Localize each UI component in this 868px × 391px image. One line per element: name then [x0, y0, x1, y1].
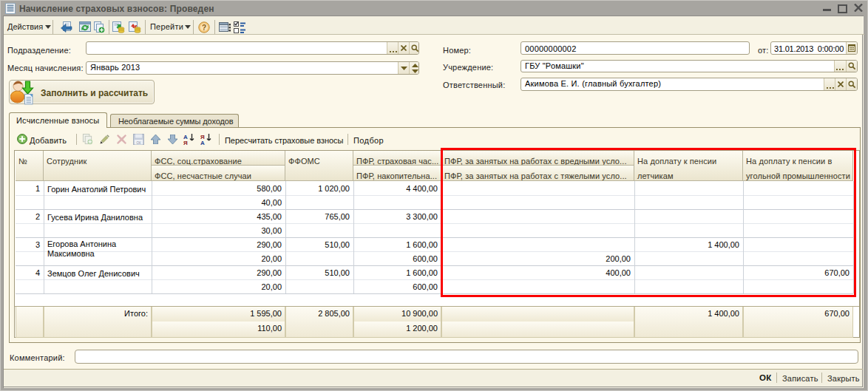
- svg-text:ОК: ОК: [136, 141, 141, 145]
- svg-text:?: ?: [202, 24, 206, 32]
- svg-text:Я: Я: [183, 140, 188, 145]
- svg-text:А: А: [200, 140, 205, 145]
